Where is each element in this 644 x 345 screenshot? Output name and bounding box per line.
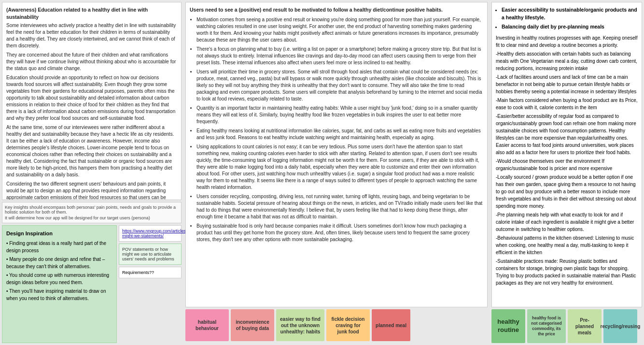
- notes-card: Key insights should encompass both perso…: [2, 202, 182, 223]
- right-bullet-1: Easier accessibility to sustainable/orga…: [502, 6, 638, 22]
- right-panel: Easier accessibility to sustainable/orga…: [490, 0, 644, 345]
- list-item: Motivation comes from seeing a positive …: [196, 16, 483, 43]
- list-item: Users consider recycling, composting, dr…: [196, 193, 483, 220]
- req-card: Requirements??: [119, 267, 182, 278]
- tag-planned-meal: planned meal: [372, 309, 410, 341]
- right-bottom-tags: healthy routine healthy food is not cate…: [491, 309, 642, 343]
- users-need-title: Users need to see a (positive) end resul…: [190, 6, 483, 14]
- middle-bottom-tags: habitual behaviour inconvenience of buyi…: [185, 309, 488, 343]
- users-need-card: Users need to see a (positive) end resul…: [185, 2, 488, 307]
- design-point-4: • Then you'll have inspiring material to…: [6, 288, 112, 302]
- awareness-para-5: Considering the two different segment us…: [6, 181, 177, 200]
- list-item: Using applications to count calories is …: [196, 144, 483, 191]
- main-container: (Awareness) Education related to a healt…: [0, 0, 644, 345]
- tag-healthy-routine: healthy routine: [491, 309, 525, 343]
- left-panel: (Awareness) Education related to a healt…: [0, 0, 183, 345]
- list-item: Buying sustainable food is only hard bec…: [196, 223, 483, 243]
- tag-pre-planned-meals: Pre-planned meals: [568, 309, 602, 343]
- right-para-8: -Behavioural patterns in the kitchen obs…: [496, 234, 638, 256]
- right-para-7: -Pre planning meals help with what exact…: [496, 211, 638, 233]
- right-para-5: -Would choose themselves over the enviro…: [496, 158, 638, 172]
- right-para-3: -Main factors considered when buying a f…: [496, 97, 638, 111]
- tag-habitual: habitual behaviour: [185, 309, 229, 341]
- note-2: It will determine how our app will be de…: [5, 216, 179, 220]
- list-item: Quantity is an important factor in maint…: [196, 105, 483, 125]
- awareness-para-4: At the same time, some of our interviewe…: [6, 124, 177, 178]
- right-para-0: Investing in healthy routines progresses…: [496, 34, 638, 49]
- req-text: Requirements??: [122, 270, 154, 275]
- users-need-list: Motivation comes from seeing a positive …: [190, 16, 483, 243]
- awareness-para-3: Education should provide an opportunity …: [6, 74, 177, 122]
- awareness-para-2: They are concerned about the future of t…: [6, 52, 177, 72]
- list-item: Users will prioritize their time in groc…: [196, 69, 483, 102]
- pov-card: POV statements or how might we use to ar…: [119, 244, 182, 265]
- tag-easier-way: easier way to find out the unknown unhea…: [276, 309, 324, 341]
- awareness-para-1: Some interviewees who actively practice …: [6, 22, 177, 49]
- link-card[interactable]: https://www.nngroup.com/articles/how-mig…: [119, 225, 182, 242]
- right-para-4: -Easier/better accessibility of regular …: [496, 113, 638, 156]
- design-point-3: • You should come up with numerous inter…: [6, 272, 112, 286]
- bottom-links-section: https://www.nngroup.com/articles/how-mig…: [119, 225, 182, 343]
- right-bullet-2: Balancing daily diet by pre-planning mea…: [502, 23, 638, 31]
- tag-recycling: recycling/reusing: [603, 309, 637, 343]
- right-para-9: -Sustainable practices made: Reusing pla…: [496, 258, 638, 287]
- right-para-6: -Locally sourced / grown produce would b…: [496, 173, 638, 210]
- tag-fickle: fickle decision craving for junk food: [326, 309, 370, 341]
- design-point-2: • Many people do one design and refine t…: [6, 256, 112, 270]
- pov-text: POV statements or how might we use to ar…: [122, 247, 174, 261]
- note-1: Key insights should encompass both perso…: [5, 205, 179, 215]
- right-para-1: -Healthy diets association with certain …: [496, 50, 638, 72]
- right-para-2: -Lack of facilities around users and lac…: [496, 73, 638, 95]
- awareness-card: (Awareness) Education related to a healt…: [2, 2, 182, 200]
- design-point-1: • Finding great ideas is a really hard p…: [6, 240, 112, 254]
- right-top-card: Easier accessibility to sustainable/orga…: [491, 2, 642, 307]
- list-item: Eating healthy means looking at nutritio…: [196, 128, 483, 141]
- middle-top: Users need to see a (positive) end resul…: [185, 2, 488, 307]
- design-inspiration-card: Design Inspiration • Finding great ideas…: [2, 225, 117, 343]
- awareness-card-title: (Awareness) Education related to a healt…: [6, 6, 177, 20]
- middle-section: Users need to see a (positive) end resul…: [183, 0, 490, 345]
- tag-healthy-food-price: healthy food is not categorised commodit…: [527, 309, 566, 343]
- tag-inconvenience: inconvenience of buying data: [231, 309, 274, 341]
- left-bottom-section: Design Inspiration • Finding great ideas…: [2, 225, 182, 343]
- design-inspiration-title: Design Inspiration: [6, 230, 112, 238]
- list-item: There's a focus on planning what to buy …: [196, 46, 483, 66]
- right-top-bullets: Easier accessibility to sustainable/orga…: [496, 6, 638, 30]
